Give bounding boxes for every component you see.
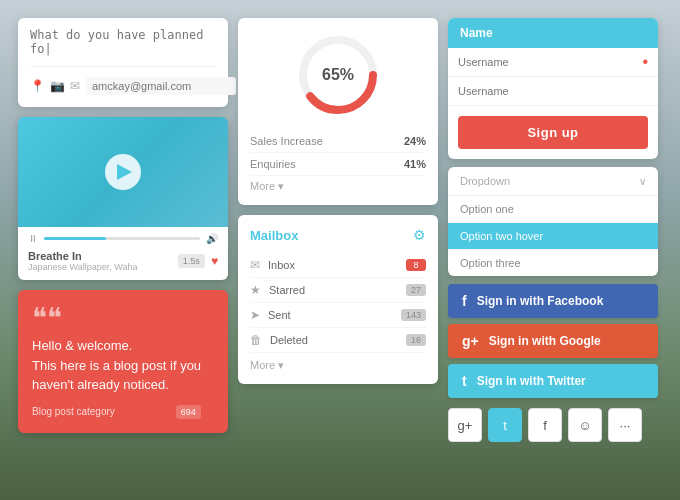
play-button[interactable] [105,154,141,190]
camera-icon: 📷 [50,79,64,93]
inbox-icon: ✉ [250,258,260,272]
mini-twitter-icon[interactable]: t [488,408,522,442]
video-title-group: Breathe In Japanese Wallpaper, Waha [28,250,137,272]
mailbox-more-link[interactable]: More ▾ [250,359,426,372]
mailbox-title: Mailbox [250,228,298,243]
signup-card: Name • Sign up [448,18,658,159]
volume-icon[interactable]: 🔊 [206,233,218,244]
post-icons-row: 📍 📷 ✉ ➤ [30,66,216,99]
signup-button[interactable]: Sign up [458,116,648,149]
facebook-label: Sign in with Facebook [477,294,604,308]
signup-username-wrap: • [448,48,658,77]
blog-stats: 694 ♥ [176,405,214,419]
mail-item-sent-left: ➤ Sent [250,308,291,322]
video-progress-bar: ⏸ 🔊 [28,233,218,244]
mini-social-icons: g+ t f ☺ ··· [448,408,658,442]
donut-container: 65% [250,30,426,120]
dropdown-placeholder: Dropdown [460,175,510,187]
video-subtitle: Japanese Wallpaper, Waha [28,262,137,272]
signup-username2-input[interactable] [458,77,648,105]
signup-username-input[interactable] [458,48,642,76]
dropdown-option-1[interactable]: Option one [448,196,658,223]
video-badge: 1.5s [178,254,205,268]
mini-google-icon[interactable]: g+ [448,408,482,442]
donut-label: 65% [322,66,354,83]
dropdown-header[interactable]: Dropdown ∨ [448,167,658,196]
signup-username2-wrap [448,77,658,106]
blog-footer: Blog post category 694 ♥ [32,405,214,419]
video-card: ⏸ 🔊 Breathe In Japanese Wallpaper, Waha … [18,117,228,280]
starred-icon: ★ [250,283,261,297]
quote-mark: ❝❝ [32,304,214,332]
middle-column: 65% Sales Increase 24% Enquiries 41% Mor… [238,18,438,442]
inbox-label: Inbox [268,259,295,271]
video-info: Breathe In Japanese Wallpaper, Waha 1.5s… [28,250,218,272]
twitter-label: Sign in with Twitter [477,374,586,388]
mail-item-deleted[interactable]: 🗑 Deleted 16 [250,328,426,353]
post-input[interactable] [30,28,216,56]
inbox-badge: 8 [406,259,426,271]
heart-icon[interactable]: ♥ [211,254,218,268]
email-input[interactable] [86,77,236,95]
location-icon: 📍 [30,79,44,93]
deleted-badge: 16 [406,334,426,346]
mini-smiley-icon[interactable]: ☺ [568,408,602,442]
mailbox-card: Mailbox ⚙ ✉ Inbox 8 ★ Starred 27 ➤ [238,215,438,384]
mail-item-deleted-left: 🗑 Deleted [250,333,308,347]
dropdown-option-3[interactable]: Option three [448,250,658,276]
dropdown-option-2[interactable]: Option two hover [448,223,658,250]
google-icon: g+ [462,333,479,349]
blog-count: 694 [176,405,201,419]
stats-card: 65% Sales Increase 24% Enquiries 41% Mor… [238,18,438,205]
progress-track[interactable] [44,237,200,240]
mini-more-icon[interactable]: ··· [608,408,642,442]
mail-item-sent[interactable]: ➤ Sent 143 [250,303,426,328]
social-card: f Sign in with Facebook g+ Sign in with … [448,284,658,398]
starred-badge: 27 [406,284,426,296]
signup-name-bar: Name [448,18,658,48]
blog-text: Hello & welcome. This here is a blog pos… [32,336,214,395]
stat-label-enquiries: Enquiries [250,158,296,170]
pause-icon[interactable]: ⏸ [28,233,38,244]
google-label: Sign in with Google [489,334,601,348]
deleted-label: Deleted [270,334,308,346]
video-thumbnail [18,117,228,227]
google-signin-button[interactable]: g+ Sign in with Google [448,324,658,358]
facebook-signin-button[interactable]: f Sign in with Facebook [448,284,658,318]
sent-icon: ➤ [250,308,260,322]
starred-label: Starred [269,284,305,296]
gear-icon[interactable]: ⚙ [413,227,426,243]
right-column: Name • Sign up Dropdown ∨ Option one Opt… [448,18,658,442]
blog-heart-icon[interactable]: ♥ [207,405,214,419]
progress-fill [44,237,106,240]
facebook-icon: f [462,293,467,309]
main-container: 📍 📷 ✉ ➤ ⏸ 🔊 [0,0,680,470]
stats-more-link[interactable]: More ▾ [250,180,426,193]
stat-row-sales: Sales Increase 24% [250,130,426,153]
mail-item-inbox-left: ✉ Inbox [250,258,295,272]
mail-item-starred-left: ★ Starred [250,283,305,297]
sent-badge: 143 [401,309,426,321]
deleted-icon: 🗑 [250,333,262,347]
stat-label-sales: Sales Increase [250,135,323,147]
mailbox-header: Mailbox ⚙ [250,227,426,243]
mini-facebook-icon[interactable]: f [528,408,562,442]
twitter-icon: t [462,373,467,389]
donut-chart: 65% [293,30,383,120]
mail-item-inbox[interactable]: ✉ Inbox 8 [250,253,426,278]
stat-row-enquiries: Enquiries 41% [250,153,426,176]
video-title: Breathe In [28,250,137,262]
blog-card: ❝❝ Hello & welcome. This here is a blog … [18,290,228,433]
required-dot: • [642,54,648,70]
stat-value-enquiries: 41% [404,158,426,170]
stat-value-sales: 24% [404,135,426,147]
chevron-down-icon: ∨ [639,176,646,187]
left-column: 📍 📷 ✉ ➤ ⏸ 🔊 [18,18,228,442]
blog-category: Blog post category [32,406,115,417]
twitter-signin-button[interactable]: t Sign in with Twitter [448,364,658,398]
sent-label: Sent [268,309,291,321]
mail-item-starred[interactable]: ★ Starred 27 [250,278,426,303]
mail-icon: ✉ [70,79,80,93]
dropdown-card: Dropdown ∨ Option one Option two hover O… [448,167,658,276]
post-card: 📍 📷 ✉ ➤ [18,18,228,107]
